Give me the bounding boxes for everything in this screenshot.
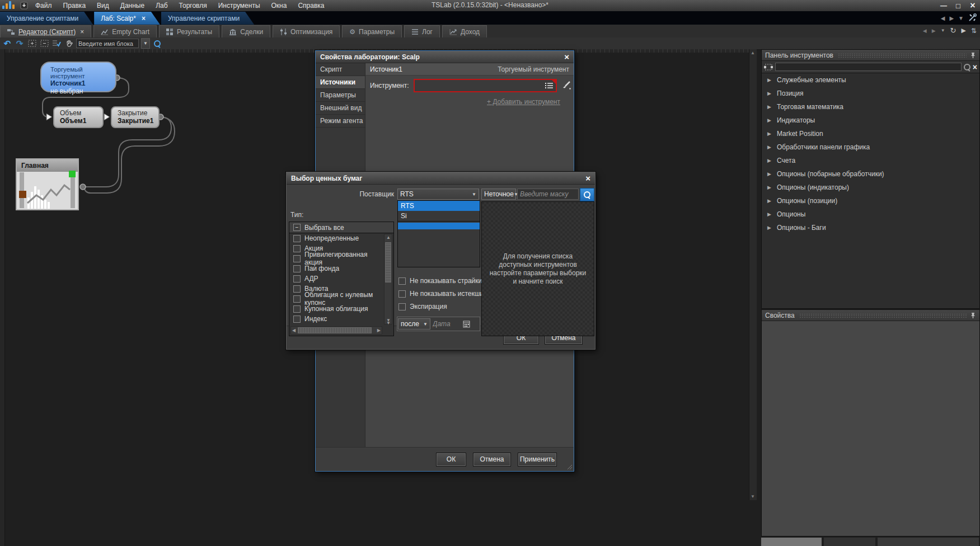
checkbox[interactable] [293, 305, 301, 313]
dialog-close-icon[interactable]: × [585, 174, 590, 182]
checkbox[interactable] [293, 295, 301, 303]
brush-icon[interactable] [561, 81, 571, 91]
search-block-icon[interactable] [152, 39, 162, 48]
instrument-input[interactable] [414, 79, 557, 92]
toolbox-group-options-bugs[interactable]: ▶Опционы - Баги [762, 221, 979, 234]
checkbox[interactable] [293, 255, 301, 262]
tab-results[interactable]: Результаты [159, 25, 219, 37]
menu-windows[interactable]: Окна [266, 1, 292, 11]
type-row[interactable]: Привилегированная акция [289, 253, 383, 263]
dialog-close-icon[interactable]: × [564, 53, 569, 61]
doc-scroll-left-icon[interactable]: ◀ [923, 28, 927, 34]
menu-help[interactable]: Справка [293, 1, 329, 11]
apply-button[interactable]: Применить [518, 453, 557, 467]
type-list-vscrollbar[interactable]: ▲ ▼ [384, 234, 392, 324]
menu-data[interactable]: Данные [115, 1, 149, 11]
checkbox[interactable] [293, 316, 301, 323]
checkbox[interactable] [398, 290, 406, 298]
add-instrument-link[interactable]: + Добавить инструмент [487, 98, 560, 106]
after-combobox[interactable]: после▼ [398, 318, 430, 330]
block-name-input[interactable] [76, 39, 139, 48]
resize-grip[interactable] [566, 463, 573, 470]
menu-trading[interactable]: Торговля [174, 1, 212, 11]
checkbox[interactable] [293, 275, 301, 283]
menu-file[interactable]: Файл [30, 1, 57, 11]
tab-agent-mode[interactable]: Режим агента [316, 115, 365, 128]
type-row[interactable]: Индекс [289, 314, 383, 324]
tab-script[interactable]: Скрипт [316, 63, 365, 76]
tab-close-icon[interactable]: × [142, 15, 146, 22]
type-row[interactable]: Облигация с нулевым купонс [289, 294, 383, 304]
updown-arrows-icon[interactable]: ⇅ [971, 27, 977, 35]
expiration-row[interactable]: Экспирация [395, 302, 447, 312]
checkbox[interactable] [293, 235, 301, 242]
scroll-left-icon[interactable]: ◀ [292, 328, 296, 333]
toolbox-group-options-indicators[interactable]: ▶Опционы (индикаторы) [762, 181, 979, 194]
checkbox[interactable] [293, 245, 301, 252]
block-name-dropdown-icon[interactable]: ▼ [141, 38, 150, 49]
collapse-selection-icon[interactable] [39, 39, 49, 48]
ok-button[interactable]: ОК [436, 453, 466, 467]
checkbox[interactable] [293, 285, 301, 293]
select-element-icon[interactable] [764, 63, 773, 71]
redo-icon[interactable]: ↷ [15, 39, 25, 48]
toolbox-group-options[interactable]: ▶Опционы [762, 208, 979, 221]
provider-combobox[interactable]: RTS▼ [397, 189, 479, 200]
undo-icon[interactable]: ↶ [2, 39, 12, 48]
tab-log[interactable]: Лог [404, 25, 440, 37]
doc-list-dropdown-icon[interactable]: ▼ [941, 28, 945, 33]
toolbox-group-market-position[interactable]: ▶Market Position [762, 127, 979, 140]
type-list-hscrollbar[interactable]: ◀ ▶ [290, 326, 382, 335]
scroll-up-icon[interactable]: ▲ [751, 50, 755, 55]
scroll-right-icon[interactable]: ▶ [377, 328, 381, 333]
tabs-list-dropdown-icon[interactable]: ▼ [958, 15, 964, 21]
tab-params[interactable]: Параметры [316, 89, 365, 102]
tools-icon[interactable] [968, 13, 977, 23]
list-dropdown-icon[interactable]: ▼ [386, 321, 391, 326]
checkbox[interactable] [398, 277, 406, 285]
pan-hand-icon[interactable] [64, 39, 74, 48]
select-all-checkbox[interactable]: − [293, 224, 301, 231]
tab-lab-scalp[interactable]: Лаб: Scalp*× [94, 12, 160, 25]
checkbox[interactable] [398, 303, 406, 310]
canvas-vscrollbar[interactable]: ▲ ▼ [749, 49, 757, 500]
tab-sources[interactable]: Источники [316, 76, 365, 89]
source-header-row[interactable]: Источник1 Торгуемый инструмент [365, 63, 574, 76]
calendar-icon[interactable] [463, 321, 470, 328]
toolbox-group-accounts[interactable]: ▶Счета [762, 154, 979, 167]
security-dialog-titlebar[interactable]: Выбор ценных бумаг × [287, 172, 595, 185]
pin-icon[interactable] [970, 52, 976, 59]
scroll-thumb[interactable] [385, 242, 391, 283]
tabs-scroll-right-icon[interactable]: ▶ [949, 15, 954, 21]
tab-close-icon[interactable]: × [80, 28, 84, 36]
menu-instruments[interactable]: Инструменты [213, 1, 265, 11]
tab-script-management-2[interactable]: Управление скриптами [161, 12, 254, 25]
block-chart-panel[interactable]: Главная [16, 158, 79, 210]
toolbox-group-indicators[interactable]: ▶Индикаторы [762, 114, 979, 127]
hide-strikes-row[interactable]: Не показывать страйки [395, 276, 482, 286]
toolbox-group-options-bar-handlers[interactable]: ▶Опционы (побарные обработчики) [762, 167, 979, 181]
tab-empty-chart[interactable]: Empty Chart [93, 25, 157, 37]
tab-editor-script[interactable]: Редактор (Скрипт)× [0, 25, 91, 37]
refresh-icon[interactable]: ↻ [950, 26, 956, 35]
hide-expired-row[interactable]: Не показывать истекшие [395, 289, 487, 299]
toolbox-group-options-positions[interactable]: ▶Опционы (позиции) [762, 194, 979, 208]
tab-script-management-1[interactable]: Управление скриптами [0, 12, 93, 25]
option-si[interactable]: Si [398, 211, 480, 222]
dock-tab-2[interactable] [824, 538, 875, 546]
properties-header[interactable]: Свойства [762, 310, 979, 321]
tray-icon[interactable] [18, 1, 30, 10]
dock-tab-1[interactable] [761, 538, 822, 546]
block-close[interactable]: Закрытие Закрытие1 [111, 106, 160, 128]
doc-scroll-right-icon[interactable]: ▶ [932, 28, 936, 34]
menu-lab[interactable]: Лаб [151, 1, 172, 11]
run-icon[interactable]: ▶ [961, 27, 965, 34]
close-button[interactable]: × [968, 1, 978, 11]
tab-income[interactable]: Доход [442, 25, 487, 37]
mask-input[interactable] [517, 189, 579, 200]
toolbox-group-trade-math[interactable]: ▶Торговая математика [762, 100, 979, 114]
search-button[interactable] [580, 188, 594, 201]
expand-selection-icon[interactable] [27, 39, 37, 48]
tabs-scroll-left-icon[interactable]: ◀ [941, 15, 945, 21]
pin-icon[interactable] [970, 312, 976, 319]
